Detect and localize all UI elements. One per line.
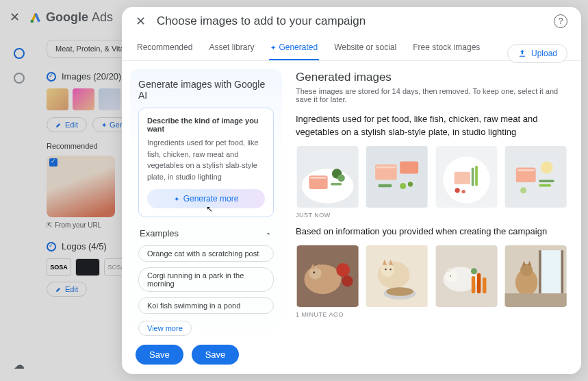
save-button[interactable]: Save [192,345,240,365]
svg-point-20 [455,188,459,193]
edit-button: Edit [47,282,87,297]
svg-rect-24 [517,169,534,171]
generated-image[interactable] [365,146,429,208]
save-button[interactable]: Save [136,345,183,365]
svg-point-13 [400,183,406,189]
generated-image[interactable] [435,245,498,307]
upload-icon [517,49,527,58]
prompt-label: Describe the kind of image you want [147,116,265,133]
svg-rect-56 [504,293,566,307]
svg-point-33 [336,263,350,277]
svg-point-39 [390,268,392,270]
left-rail [0,34,38,84]
svg-rect-48 [483,277,486,293]
svg-point-44 [446,270,458,282]
logo-thumb: SOSA [47,258,71,276]
svg-point-21 [461,190,465,193]
modal-footer: Save Save [122,338,581,374]
svg-rect-17 [454,171,470,184]
close-icon[interactable]: ✕ [136,14,146,29]
help-icon[interactable]: ? [554,14,567,28]
image-thumb [99,88,120,110]
svg-rect-18 [471,167,474,186]
cloud-icon: ☁ [14,358,25,371]
view-more-button[interactable]: View more [138,321,192,336]
svg-point-31 [309,267,322,279]
tab-website-social[interactable]: Website or social [333,36,398,60]
image-row [296,245,567,307]
example-chip[interactable]: Corgi running in a park in the morning [138,267,274,292]
tab-recommended[interactable]: Recommended [136,36,194,60]
svg-point-36 [378,261,410,288]
svg-rect-11 [400,161,418,173]
results-pane: Generated images These images are stored… [282,61,581,338]
generated-image[interactable] [435,146,498,208]
modal-title: Choose images to add to your campaign [157,14,543,28]
svg-point-6 [337,174,345,182]
svg-rect-12 [379,184,392,187]
tab-asset-library[interactable]: Asset library [207,36,255,60]
prompt-card: Describe the kind of image you want Ingr… [138,108,274,217]
upload-button[interactable]: Upload [507,44,567,63]
svg-point-30 [304,264,341,293]
svg-point-38 [385,268,387,270]
svg-point-41 [387,287,414,296]
svg-rect-47 [476,273,480,293]
logo-thumb [75,258,100,276]
image-thumb [47,88,68,110]
results-title: Generated images [296,71,567,84]
check-icon [47,242,56,251]
sparkle-icon: ✦ [174,195,179,203]
results-subtitle: These images are stored for 14 days, the… [296,87,567,103]
check-icon [47,72,56,82]
image-thumb [73,88,94,110]
generate-panel-title: Generate images with Google AI [138,79,274,101]
svg-rect-10 [376,166,396,168]
edit-button: Edit [47,117,87,132]
tab-free-stock[interactable]: Free stock images [411,36,481,60]
svg-rect-53 [561,250,563,293]
svg-point-28 [520,187,526,193]
group-title: Ingredients used for pet food, like fish… [296,113,567,139]
generated-image[interactable] [296,146,359,208]
svg-point-34 [342,275,353,286]
svg-rect-19 [475,165,478,186]
svg-point-45 [450,275,451,277]
svg-point-25 [541,161,553,173]
svg-rect-7 [331,183,342,186]
tab-generated[interactable]: ✦Generated [269,36,319,60]
example-chip[interactable]: Orange cat with a scratching post [138,245,274,262]
image-row [296,146,567,208]
examples-header[interactable]: Examples [140,228,272,238]
generated-image[interactable] [296,245,359,307]
prompt-textarea[interactable]: Ingredients used for pet food, like fish… [147,137,265,182]
sparkle-icon: ✦ [270,44,276,51]
timestamp-label: JUST NOW [296,212,567,219]
recommended-image [47,156,115,217]
svg-rect-26 [539,180,554,182]
example-chip[interactable]: Koi fish swimming in a pond [138,297,274,314]
chevron-up-icon [264,230,272,238]
svg-point-0 [31,20,34,23]
rail-step-icon [14,73,25,84]
svg-point-37 [381,263,394,277]
svg-rect-51 [539,250,563,293]
svg-point-55 [520,264,533,276]
generate-panel: Generate images with Google AI Describe … [130,69,282,330]
generated-image[interactable] [365,245,429,307]
image-picker-modal: ✕ Choose images to add to your campaign … [122,7,581,374]
generate-more-button[interactable]: ✦ Generate more ↖ [147,189,265,208]
generated-image[interactable] [504,245,567,307]
svg-rect-52 [539,250,541,293]
svg-rect-4 [310,177,326,179]
group-title: Based on information you provided when c… [296,225,567,238]
generated-image[interactable] [504,146,567,208]
svg-rect-46 [471,276,474,293]
google-ads-logo: Google Ads [29,10,113,25]
category-chip: Meat, Protein, & Vita [47,40,133,58]
svg-point-14 [408,182,413,186]
rail-step-icon [14,48,25,59]
bg-close-icon: ✕ [10,10,20,25]
svg-point-49 [470,268,476,274]
timestamp-label: 1 MINUTE AGO [296,311,567,318]
